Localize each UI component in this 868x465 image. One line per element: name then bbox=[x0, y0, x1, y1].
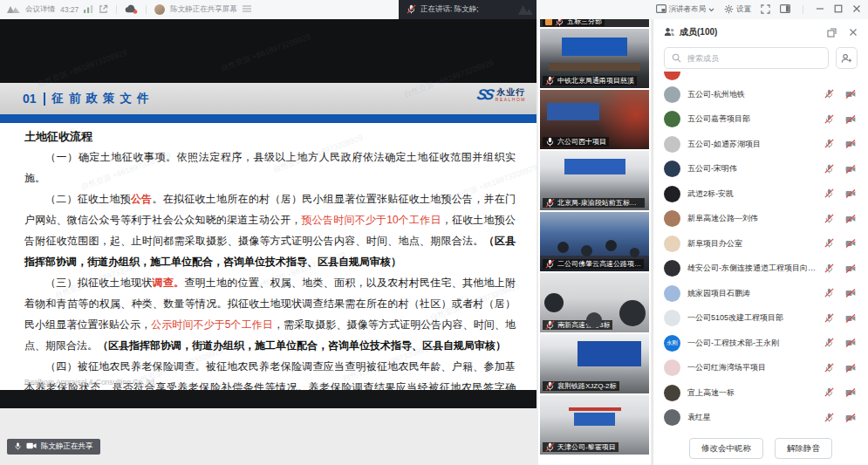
camera-off-icon[interactable] bbox=[845, 86, 856, 102]
member-name: 五公司嘉善项目部 bbox=[687, 113, 817, 125]
participant-name: 六公司西十项目 bbox=[557, 137, 606, 147]
avatar bbox=[664, 310, 680, 326]
member-row[interactable]: 姚家园项目石鹏涛 bbox=[653, 281, 868, 306]
mic-muted-icon bbox=[545, 381, 555, 391]
avatar bbox=[664, 236, 680, 252]
participant-label: 襄荆铁路XJZQ-2标 bbox=[543, 381, 619, 391]
avatar bbox=[664, 359, 680, 376]
layout-button[interactable]: 演讲者布局 bbox=[656, 4, 715, 15]
member-row[interactable]: 雄安公司-东侧连接通道工程项目向志良 bbox=[653, 256, 868, 282]
member-row[interactable]: 一公司5105改建工程项目部 bbox=[653, 306, 868, 332]
open-new-window-icon[interactable] bbox=[99, 4, 108, 16]
slide-accent-bar bbox=[0, 114, 537, 123]
video-thumbnail[interactable]: 中铁北京局通甬项目慈溪 bbox=[540, 29, 649, 88]
member-row[interactable]: 一公司红海湾场平项目 bbox=[653, 356, 868, 381]
popout-panel-button[interactable] bbox=[827, 28, 837, 38]
thumbnail-screen bbox=[562, 38, 627, 55]
camera-off-icon[interactable] bbox=[845, 211, 856, 227]
member-row[interactable]: 五公司-如通苏湖项目 bbox=[653, 132, 868, 157]
thumbnail-screen bbox=[547, 103, 599, 120]
participant-label: 南新高速公路3标 bbox=[543, 320, 612, 330]
company-logo: SS 永业行 REALHOM bbox=[477, 87, 526, 102]
camera-off-icon[interactable] bbox=[845, 410, 856, 426]
video-thumbnail[interactable]: 天津公司-黎霍项目 bbox=[540, 395, 649, 455]
mic-muted-icon bbox=[407, 4, 416, 16]
video-thumbnail[interactable]: 南新高速公路3标 bbox=[540, 273, 649, 332]
member-row[interactable]: 武道2标-安凯 bbox=[653, 181, 868, 207]
camera-off-icon[interactable] bbox=[845, 360, 856, 376]
topbar-left-group: 会议详情 43:27 陈文静正在共享屏幕 bbox=[7, 0, 251, 19]
side-panel-button[interactable] bbox=[780, 4, 790, 15]
close-panel-button[interactable] bbox=[849, 28, 858, 37]
member-row[interactable]: 袁红星 bbox=[653, 406, 868, 431]
mic-muted-icon[interactable] bbox=[824, 335, 834, 351]
mic-muted-icon[interactable] bbox=[824, 236, 834, 251]
settings-button[interactable]: 设置 bbox=[724, 4, 751, 16]
hamburger-menu-icon[interactable] bbox=[243, 5, 251, 14]
camera-off-icon[interactable] bbox=[845, 186, 856, 202]
mic-muted-icon[interactable] bbox=[824, 136, 834, 152]
video-thumbnail[interactable]: 襄荆铁路XJZQ-2标 bbox=[540, 334, 649, 393]
member-row[interactable]: 五公司嘉善项目部 bbox=[653, 107, 868, 133]
camera-off-icon[interactable] bbox=[845, 385, 856, 400]
mic-muted-icon[interactable] bbox=[824, 186, 834, 202]
minimize-button[interactable] bbox=[816, 4, 824, 15]
member-row[interactable]: 五公司-宋明伟 bbox=[653, 157, 868, 182]
video-thumbnail[interactable]: 六公司西十项目 bbox=[540, 90, 649, 149]
mic-muted-icon bbox=[545, 76, 555, 85]
thumbnail-screen bbox=[574, 413, 616, 425]
member-list[interactable]: 五公司-杭州地铁五公司嘉善项目部五公司-如通苏湖项目五公司-宋明伟武道2标-安凯… bbox=[653, 72, 868, 432]
camera-off-icon[interactable] bbox=[845, 136, 856, 152]
slide-body: 土地征收流程 （一）确定土地征收事项。依照法定程序，县级以上地方人民政府依法确定… bbox=[0, 123, 537, 390]
member-row-partial[interactable] bbox=[653, 72, 868, 82]
mic-muted-icon[interactable] bbox=[824, 410, 834, 426]
cloud-record-icon[interactable] bbox=[125, 4, 138, 16]
avatar bbox=[664, 409, 680, 426]
mic-muted-icon[interactable] bbox=[824, 385, 834, 400]
camera-off-icon[interactable] bbox=[845, 285, 856, 301]
thumbnail-strip[interactable]: 五标三分部中铁北京局通甬项目慈溪六公司西十项目北京局-康渝段站前五标项目二公司佛… bbox=[538, 0, 651, 465]
member-name: 新阜高速公路—刘伟 bbox=[687, 213, 817, 224]
add-member-button[interactable] bbox=[836, 47, 858, 69]
member-row[interactable]: 宜上高速一标 bbox=[653, 380, 868, 406]
camera-off-icon[interactable] bbox=[845, 261, 856, 277]
member-row[interactable]: 五公司-杭州地铁 bbox=[653, 82, 868, 107]
member-row[interactable]: 新阜项目办公室 bbox=[653, 231, 868, 256]
search-members-input[interactable] bbox=[664, 47, 829, 69]
camera-off-icon[interactable] bbox=[845, 112, 856, 127]
camera-off-icon[interactable] bbox=[845, 311, 856, 326]
member-row[interactable]: 永刚一公司-工程技术部-王永刚 bbox=[653, 331, 868, 356]
slide: 01 征前政策文件 SS 永业行 REALHOM 土地征收流程 （一）确定土地征… bbox=[0, 19, 537, 408]
mic-muted-icon[interactable] bbox=[824, 311, 834, 326]
avatar bbox=[664, 385, 680, 401]
camera-off-icon[interactable] bbox=[845, 161, 856, 177]
camera-off-icon[interactable] bbox=[845, 236, 856, 251]
unmute-button[interactable]: 解除静音 bbox=[775, 438, 832, 459]
member-name: 五公司-如通苏湖项目 bbox=[687, 139, 817, 150]
video-thumbnail[interactable]: 二公司佛肇云高速公路项… bbox=[540, 212, 649, 271]
share-status-badge: 陈文静正在共享 bbox=[7, 439, 100, 455]
video-thumbnail[interactable]: 北京局-康渝段站前五标项目 bbox=[540, 151, 649, 210]
mic-muted-icon[interactable] bbox=[824, 285, 834, 301]
mic-muted-icon[interactable] bbox=[824, 211, 834, 227]
mic-muted-icon[interactable] bbox=[824, 261, 834, 277]
mic-muted-icon[interactable] bbox=[824, 112, 834, 127]
slide-section-number: 01 bbox=[23, 92, 37, 106]
slide-paragraphs: （一）确定土地征收事项。依照法定程序，县级以上地方人民政府依法确定土地征收范围并… bbox=[24, 147, 516, 390]
mic-muted-icon[interactable] bbox=[824, 86, 834, 102]
camera-off-icon[interactable] bbox=[845, 335, 856, 351]
member-search-bar bbox=[653, 45, 868, 69]
mic-muted-icon[interactable] bbox=[824, 360, 834, 376]
mic-muted-icon[interactable] bbox=[824, 161, 834, 177]
share-status-label: 陈文静正在共享 bbox=[41, 441, 93, 452]
participant-label: 中铁北京局通甬项目慈溪 bbox=[543, 76, 637, 85]
member-name: 五公司-杭州地铁 bbox=[687, 89, 817, 100]
mic-icon bbox=[14, 441, 22, 453]
slide-paragraph: （一）确定土地征收事项。依照法定程序，县级以上地方人民政府依法确定土地征收范围并… bbox=[24, 147, 516, 188]
member-row[interactable]: 新阜高速公路—刘伟 bbox=[653, 207, 868, 232]
edit-nickname-button[interactable]: 修改会中昵称 bbox=[689, 438, 763, 459]
fullscreen-button[interactable] bbox=[761, 4, 770, 16]
maximize-button[interactable] bbox=[834, 4, 843, 15]
close-button[interactable] bbox=[852, 4, 861, 15]
meeting-detail-button[interactable]: 会议详情 bbox=[25, 4, 55, 15]
